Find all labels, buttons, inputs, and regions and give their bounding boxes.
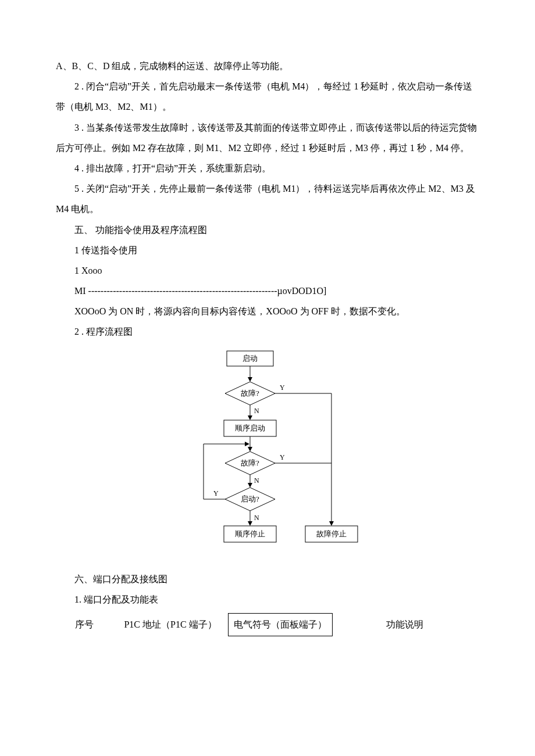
paragraph-5: 5 . 关闭“启动”开关，先停止最前一条传送带（电机 M1），待料运送完毕后再依… — [56, 178, 479, 219]
line-mi: MI -------------------------------------… — [56, 281, 479, 301]
svg-marker-22 — [248, 521, 252, 526]
paragraph-2: 2 . 闭合“启动”开关，首先启动最末一条传送带（电机 M4），每经过 1 秒延… — [56, 76, 479, 117]
port-table: 序号 P1C 地址（P1C 端子） 电气符号（面板端子） 功能说明 — [56, 613, 477, 636]
svg-marker-15 — [248, 483, 252, 488]
flow-fault-2: 故障? — [241, 458, 259, 467]
subheading-2: 2 . 程序流程图 — [56, 321, 479, 342]
flow-y-2: Y — [280, 453, 285, 461]
port-col-3: 电气符号（面板端子） — [229, 614, 333, 636]
flow-y-3: Y — [213, 489, 219, 497]
heading-5: 五、 功能指令使用及程序流程图 — [56, 220, 479, 240]
heading-6: 六、端口分配及接线图 — [56, 569, 479, 589]
subheading-6-1: 1. 端口分配及功能表 — [56, 589, 479, 610]
svg-marker-8 — [248, 415, 252, 420]
flow-y-1: Y — [280, 384, 285, 392]
subheading-1: 1 传送指令使用 — [56, 240, 479, 260]
flow-fault-1: 故障? — [241, 389, 259, 397]
flow-fault-stop: 故障停止 — [316, 529, 347, 538]
flow-n-1: N — [254, 407, 259, 415]
port-col-1: 序号 — [56, 614, 113, 636]
paragraph-3: 3 . 当某条传送带发生故障时，该传送带及其前面的传送带立即停止，而该传送带以后… — [56, 117, 479, 158]
svg-marker-20 — [245, 442, 249, 446]
flow-n-3: N — [254, 514, 259, 522]
paragraph-4: 4 . 排出故障，打开“启动”开关，系统重新启动。 — [56, 158, 479, 178]
flow-n-2: N — [254, 476, 259, 485]
flow-start-q: 启动? — [241, 495, 259, 503]
port-col-4: 功能说明 — [333, 614, 477, 636]
port-col-2: P1C 地址（P1C 端子） — [113, 614, 229, 636]
flowchart-diagram: 启动 故障? Y N 顺序启动 故障? Y N 启动? Y N 顺序停止 故障停… — [172, 348, 363, 557]
paragraph-6: XOOoO 为 ON 时，将源内容向目标内容传送，XOOoO 为 OFF 时，数… — [56, 301, 479, 321]
svg-marker-2 — [248, 377, 252, 382]
paragraph-1: A、B、C、D 组成，完成物料的运送、故障停止等功能。 — [56, 56, 479, 76]
flow-seq-start: 顺序启动 — [235, 424, 265, 432]
line-xooo: 1 Xooo — [56, 260, 479, 281]
svg-marker-11 — [248, 447, 252, 452]
flow-start: 启动 — [242, 354, 258, 363]
svg-marker-6 — [329, 521, 334, 526]
flow-seq-stop: 顺序停止 — [235, 529, 265, 538]
